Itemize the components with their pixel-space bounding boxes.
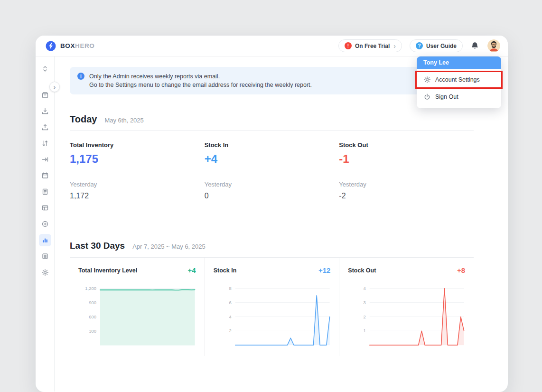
gear-icon [423,76,431,84]
sidebar-expand-button[interactable]: › [49,82,60,92]
barcode-label-icon[interactable] [39,202,51,214]
stock-out-icon[interactable] [39,121,51,133]
past-quantity-icon[interactable] [39,169,51,182]
app-window: BOXHERO ! On Free Trial › ? User Guide [36,36,508,392]
today-header: Today May 6th, 2025 [70,113,474,125]
yesterday-label: Yesterday [339,181,474,188]
yesterday-value: 1,172 [70,192,205,200]
chart-panel-total-inventory: Total Inventory Level +4 3006009001,200 [70,258,205,356]
chart-title: Total Inventory Level [78,267,137,274]
settings-icon[interactable] [39,266,51,279]
inventory-level-chart: 3006009001,200 [78,280,196,351]
trial-alert-icon: ! [345,42,352,49]
notifications-bell-icon[interactable] [470,41,480,51]
svg-text:1,200: 1,200 [85,286,96,291]
info-banner: i Only the Admin receives weekly reports… [70,67,474,94]
chart-delta: +8 [457,266,465,274]
user-avatar[interactable] [487,39,500,52]
today-section: Today May 6th, 2025 Total Inventory 1,17… [70,113,474,200]
svg-text:6: 6 [229,300,231,305]
purchase-sales-icon[interactable] [39,186,51,198]
guide-label: User Guide [426,43,457,49]
transactions-icon[interactable] [39,250,51,262]
menu-item-account-settings[interactable]: Account Settings [417,71,501,88]
stat-stock-out: Stock Out -1 Yesterday -2 [339,141,474,200]
adjust-icon[interactable] [39,137,51,149]
analytics-icon[interactable] [39,234,51,246]
items-icon[interactable] [39,89,51,101]
last30-section: Last 30 Days Apr 7, 2025 ~ May 6, 2025 T… [70,240,474,356]
question-icon: ? [416,42,423,49]
stat-label: Total Inventory [70,141,205,149]
move-icon[interactable] [39,153,51,166]
last30-range: Apr 7, 2025 ~ May 6, 2025 [132,243,206,250]
banner-line2: Go to the Settings menu to change the em… [89,81,312,89]
boxhero-logo-icon [45,40,56,52]
chart-delta: +4 [188,266,196,274]
chart-panel-stock-out: Stock Out +8 1234 [339,258,474,356]
divider [70,131,474,131]
stat-value: 1,175 [70,152,205,166]
stat-value: -1 [339,152,474,166]
add-data-icon[interactable] [39,218,51,230]
svg-text:4: 4 [364,286,366,291]
today-date: May 6th, 2025 [104,117,143,124]
yesterday-label: Yesterday [205,181,339,188]
yesterday-label: Yesterday [70,181,205,188]
info-icon: i [77,73,84,80]
svg-text:2: 2 [364,314,366,319]
user-menu-name[interactable]: Tony Lee [417,56,501,69]
brand-text-light: HERO [75,42,94,49]
chevron-right-icon: › [393,42,396,50]
svg-text:3: 3 [364,300,366,305]
today-title: Today [70,113,97,125]
last30-title: Last 30 Days [70,240,125,252]
stock-in-icon[interactable] [39,105,51,117]
yesterday-value: -2 [339,192,474,200]
topbar-actions: ! On Free Trial › ? User Guide [338,39,500,52]
svg-text:600: 600 [89,314,96,319]
stat-value: +4 [205,152,339,166]
menu-item-sign-out[interactable]: Sign Out [417,88,501,105]
charts-row: Total Inventory Level +4 3006009001,200 … [70,258,474,356]
today-stats: Total Inventory 1,175 Yesterday 1,172 St… [70,141,474,200]
user-menu-dropdown: Tony Lee Account Settings [417,56,501,108]
chart-panel-stock-in: Stock In +12 2468 [205,258,339,356]
sign-out-label: Sign Out [435,93,458,100]
stock-in-chart: 2468 [214,280,331,351]
stat-total-inventory: Total Inventory 1,175 Yesterday 1,172 [70,141,205,200]
account-settings-label: Account Settings [435,76,480,83]
last30-header: Last 30 Days Apr 7, 2025 ~ May 6, 2025 [70,240,474,252]
user-guide-button[interactable]: ? User Guide [410,39,463,52]
svg-text:8: 8 [229,286,231,291]
reorder-icon[interactable] [39,63,51,75]
svg-text:1: 1 [364,328,366,333]
brand-logo[interactable]: BOXHERO [45,40,94,52]
yesterday-value: 0 [205,192,339,200]
svg-text:4: 4 [229,314,231,319]
stat-label: Stock Out [339,141,474,149]
chart-title: Stock In [214,267,237,274]
stock-out-chart: 1234 [348,280,465,351]
stat-label: Stock In [205,141,339,149]
chart-title: Stock Out [348,267,376,274]
chart-delta: +12 [318,266,330,274]
stat-stock-in: Stock In +4 Yesterday 0 [205,141,339,200]
svg-text:2: 2 [229,328,231,333]
power-icon [423,93,431,101]
banner-text: Only the Admin receives weekly reports v… [89,72,312,89]
brand-text: BOXHERO [60,42,94,49]
banner-line1: Only the Admin receives weekly reports v… [89,72,312,81]
svg-text:300: 300 [89,328,96,334]
svg-text:900: 900 [89,300,96,305]
trial-label: On Free Trial [355,43,390,49]
sidebar: › [36,56,55,392]
brand-text-bold: BOX [60,42,75,49]
top-bar: BOXHERO ! On Free Trial › ? User Guide [36,36,508,56]
free-trial-button[interactable]: ! On Free Trial › [338,39,402,52]
